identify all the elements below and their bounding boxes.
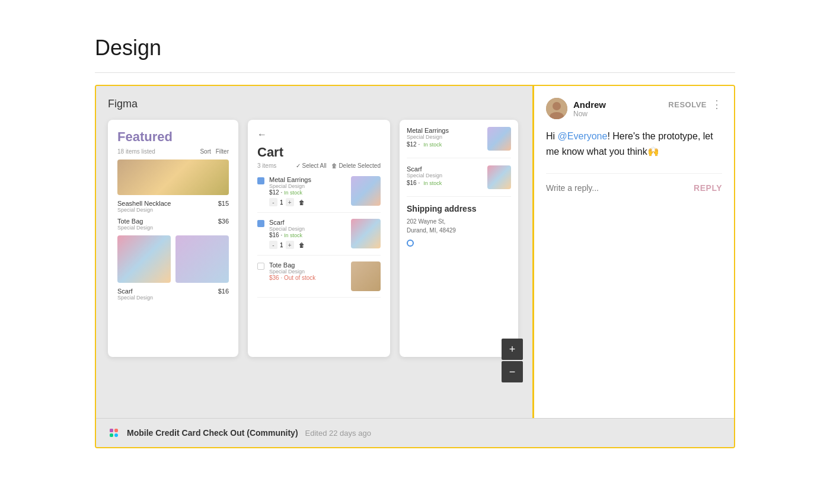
right-scarf-info: Scarf Special Design $16 · In stock [407,165,442,186]
comment-panel: Andrew Now RESOLVE ⋮ Hi @Everyone! Here'… [532,86,734,418]
right-scarf-name: Scarf [407,165,442,173]
author-name: Andrew [573,100,606,110]
scarf-cart-price: $16 · In stock [269,232,346,238]
tote-name: Tote Bag [117,218,153,225]
svg-point-6 [114,433,118,437]
delete-selected-btn[interactable]: 🗑 Delete Selected [331,162,381,169]
scarf-image [117,235,171,283]
comment-body: Hi @Everyone! Here's the prototype, let … [546,129,722,159]
scarf-stock: In stock [284,232,302,238]
earrings-cart-name: Metal Earrings [269,176,346,183]
cart-item-info-tote: Tote Bag Special Design $36 · Out of sto… [269,261,346,281]
earrings-stock: In stock [284,190,302,196]
author-time: Now [573,110,606,118]
zoom-in-button[interactable]: + [502,339,518,357]
items-listed: 18 items listed [117,148,155,155]
cart-checkbox-scarf[interactable] [257,220,264,227]
cart-item-scarf: Scarf Special Design $16 · In stock - 1 … [257,219,381,256]
cart-items-count: 3 items [257,162,276,169]
comment-actions: RESOLVE ⋮ [668,98,722,111]
tote-brand: Special Design [117,225,153,231]
card-content: Figma Featured 18 items listed Sort Filt… [96,86,734,418]
cart-meta: 3 items ✓ Select All 🗑 Delete Selected [257,162,381,169]
qty-plus-scarf[interactable]: + [286,241,294,249]
cart-meta-actions: ✓ Select All 🗑 Delete Selected [296,162,381,169]
footer-file-name[interactable]: Mobile Credit Card Check Out (Community) [127,428,298,438]
right-item-row-earrings: Metal Earrings Special Design $12 · In s… [407,127,511,151]
tote-price: $36 [218,218,229,225]
cart-item-earrings: Metal Earrings Special Design $12 · In s… [257,176,381,213]
scarf-price: $16 [218,288,229,295]
shipping-line2: Durand, MI, 48429 [407,226,511,235]
zoom-controls: + − [502,339,518,357]
scarf-brand: Special Design [117,295,153,301]
qty-value-scarf: 1 [280,242,283,248]
right-scarf-img [487,165,511,189]
necklace-image [117,160,229,195]
cart-item-info-earrings: Metal Earrings Special Design $12 · In s… [269,176,346,206]
page-title: Design [95,36,735,60]
product-item-tote: Tote Bag Special Design $36 [117,218,229,231]
figma-logo-icon [108,427,120,439]
shipping-line1: 202 Wayne St, [407,217,511,226]
cart-checkbox-tote[interactable] [257,263,264,270]
frame-right: Metal Earrings Special Design $12 · In s… [400,120,518,357]
frame-featured: Featured 18 items listed Sort Filter [108,120,238,357]
tote-cart-img [351,261,381,291]
earrings-cart-price: $12 · In stock [269,189,346,196]
product-info-necklace: Seashell Necklace Special Design [117,200,171,213]
scarf-name: Scarf [117,288,153,295]
right-earrings-name: Metal Earrings [407,127,449,134]
shipping-address: 202 Wayne St, Durand, MI, 48429 [407,217,511,235]
shipping-radio[interactable] [407,240,414,247]
cart-qty-scarf: - 1 + 🗑 [269,241,346,249]
resolve-button[interactable]: RESOLVE [668,100,707,109]
shipping-title: Shipping address [407,204,511,213]
earrings-cart-img [351,176,381,206]
tote-cart-brand: Special Design [269,269,346,275]
right-item-earrings: Metal Earrings Special Design $12 · In s… [407,127,511,158]
select-all-btn[interactable]: ✓ Select All [296,162,327,169]
qty-minus-scarf[interactable]: - [269,241,277,249]
product-brand: Special Design [117,207,171,213]
svg-point-1 [553,102,561,110]
right-earrings-brand: Special Design [407,134,449,140]
qty-value-earrings: 1 [280,199,283,206]
cart-checkbox-earrings[interactable] [257,177,264,184]
scarf-cart-img [351,219,381,248]
right-item-row-scarf: Scarf Special Design $16 · In stock [407,165,511,189]
comment-mention[interactable]: @Everyone [558,131,608,141]
reply-button[interactable]: REPLY [694,183,722,193]
featured-title: Featured [117,129,229,145]
frame-cart: ← Cart 3 items ✓ Select All 🗑 Delete Sel… [248,120,390,357]
svg-rect-5 [110,433,113,437]
reply-input[interactable] [546,183,694,193]
product-price: $15 [218,200,229,207]
cart-back-icon[interactable]: ← [257,129,381,140]
more-options-button[interactable]: ⋮ [711,98,722,111]
author-info: Andrew Now [573,100,606,118]
main-card: Figma Featured 18 items listed Sort Filt… [95,85,735,448]
shipping-section: Shipping address 202 Wayne St, Durand, M… [407,204,511,247]
scarf-cart-name: Scarf [269,219,346,226]
footer-edited: Edited 22 days ago [305,429,371,438]
product-row-scarf [117,235,229,283]
sort-label[interactable]: Sort [200,148,210,155]
right-earrings-stock: In stock [423,142,442,148]
page-container: Design Figma Featured 18 items listed So… [0,0,830,484]
items-count: 18 items listed Sort Filter [117,148,229,155]
author-avatar [546,98,567,119]
earrings-image [175,235,229,283]
right-scarf-price: $16 · In stock [407,180,442,186]
product-name: Seashell Necklace [117,200,171,207]
card-footer: Mobile Credit Card Check Out (Community)… [96,418,734,447]
tote-cart-price: $36 · Out of stock [269,275,346,281]
divider [95,72,735,73]
qty-plus-earrings[interactable]: + [286,198,294,206]
comment-author: Andrew Now [546,98,606,119]
qty-minus-earrings[interactable]: - [269,198,277,206]
product-item-scarf: Scarf Special Design $16 [117,288,229,301]
delete-earrings[interactable]: 🗑 [299,199,305,206]
filter-label[interactable]: Filter [216,148,229,155]
delete-scarf[interactable]: 🗑 [299,242,305,248]
